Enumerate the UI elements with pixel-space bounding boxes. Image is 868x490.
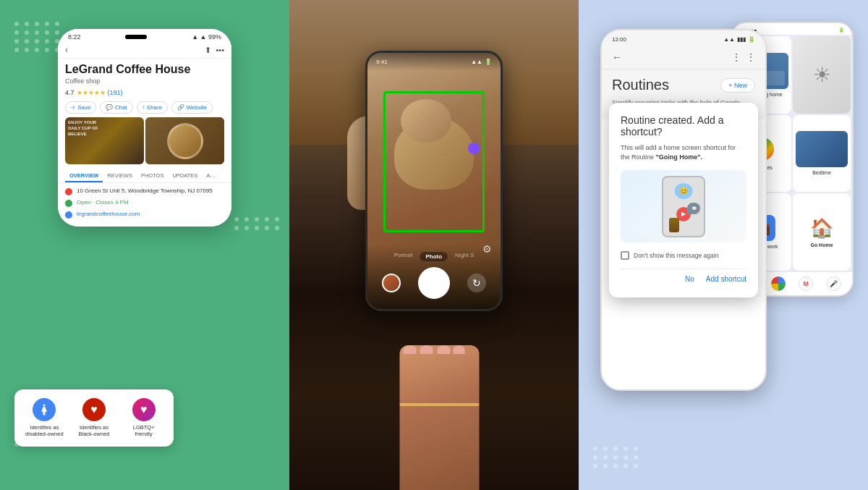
dont-show-checkbox-row[interactable]: Don't show this message again (621, 251, 746, 260)
camera-background: 9:41 ▲▲🔋 Portrait Photo Night S (289, 0, 579, 490)
routines-more-icon[interactable]: ⋮ (746, 52, 755, 62)
dots-bottom-right (593, 447, 639, 468)
photo-2[interactable] (145, 117, 224, 164)
save-button[interactable]: ⊹ Save (65, 101, 96, 114)
business-hours: Open · Closes 4 PM (77, 199, 129, 206)
dots-top-left (14, 22, 61, 52)
tab-more[interactable]: A… (202, 169, 220, 182)
illus-person (669, 218, 679, 232)
business-website: legrandcoffeehouse.com (77, 211, 140, 217)
disabled-label: Identifies asdisabled-owned (25, 424, 64, 439)
maps-upload-icon[interactable]: ⬆ (205, 46, 211, 55)
business-address: 10 Green St Unit 5, Woodbridge Township,… (77, 187, 213, 194)
chat-button[interactable]: 💬 Chat (100, 101, 132, 114)
dont-show-checkbox[interactable] (621, 251, 629, 260)
black-owned-label: Identifies asBlack-owned (79, 424, 110, 439)
rating-stars: ★★★★★ (77, 89, 106, 96)
camera-settings-icon[interactable]: ⚙ (482, 243, 492, 255)
dialog-actions: No Add shortcut (621, 269, 746, 286)
website-row[interactable]: legrandcoffeehouse.com (65, 211, 224, 219)
maps-tabs: OVERVIEW REVIEWS PHOTOS UPDATES A… (58, 169, 231, 183)
tab-reviews[interactable]: REVIEWS (103, 169, 137, 182)
hand (386, 331, 494, 490)
phone-camera-device: 9:41 ▲▲🔋 Portrait Photo Night S (365, 51, 503, 311)
review-count: (191) (108, 89, 123, 96)
mode-photo-active[interactable]: Photo (420, 252, 448, 261)
dialog-no-button[interactable]: No (685, 275, 694, 283)
add-shortcut-dialog: Routine created. Add a shortcut? This wi… (609, 103, 758, 297)
phone-maps: 8:22 ▲ ▲ 99% ‹ ⬆ ••• LeGrand Coffee Hous… (58, 29, 231, 227)
right-panel: ▲▲ ●● 🔋 Commuting home ☀ (579, 0, 868, 490)
routines-page-title: Routines (612, 77, 669, 93)
routines-title-row: Routines + New (602, 69, 765, 96)
assistant-mic-icon[interactable]: 🎤 (827, 276, 841, 291)
business-name: LeGrand Coffee House (58, 59, 231, 77)
business-photos: ENJOY YOURDAILY CUP OFBELIEVE (58, 117, 231, 169)
dots-right (234, 217, 281, 230)
camera-modes: Portrait Photo Night S (373, 252, 495, 261)
routines-nav-header: ← ⋮ ⋮ (602, 46, 765, 69)
mode-portrait[interactable]: Portrait (394, 252, 413, 261)
maps-actions: ⊹ Save 💬 Chat ↑ Share 🔗 Website (58, 98, 231, 117)
left-panel: 8:22 ▲ ▲ 99% ‹ ⬆ ••• LeGrand Coffee Hous… (0, 0, 289, 490)
routines-search-icon[interactable]: ⋮ (732, 52, 741, 62)
gmail-icon[interactable]: M (799, 276, 813, 291)
shutter-button[interactable] (418, 267, 450, 299)
routines-new-button[interactable]: + New (720, 78, 755, 93)
photo-1[interactable]: ENJOY YOURDAILY CUP OFBELIEVE (65, 117, 144, 164)
shortcut-phone-illustration: 😊 ▶ 💬 (662, 176, 705, 237)
maps-header: ‹ ⬆ ••• (58, 42, 231, 59)
dont-show-label: Don't show this message again (634, 252, 718, 259)
lgbtq-label: LGBTQ+friendly (133, 424, 155, 439)
dialog-add-shortcut-button[interactable]: Add shortcut (706, 275, 746, 283)
dialog-title: Routine created. Add a shortcut? (621, 114, 746, 138)
grid-sun[interactable]: ☀ (793, 36, 851, 114)
grid-bedtime[interactable]: Bedtime (793, 115, 851, 193)
status-signal: ▲ ▲ 99% (192, 33, 221, 41)
identity-card: Identifies asdisabled-owned ♥ Identifies… (14, 389, 174, 447)
middle-panel: 9:41 ▲▲🔋 Portrait Photo Night S (289, 0, 579, 490)
hours-row: Open · Closes 4 PM (65, 199, 224, 207)
lgbtq-icon: ♥ (132, 398, 156, 421)
tab-photos[interactable]: PHOTOS (137, 169, 169, 182)
tab-updates[interactable]: UPDATES (168, 169, 202, 182)
detection-box (383, 91, 485, 232)
mode-night[interactable]: Night S (455, 252, 474, 261)
disabled-icon (33, 398, 56, 421)
share-button[interactable]: ↑ Share (137, 101, 169, 114)
website-button[interactable]: 🔗 Website (171, 101, 213, 114)
black-owned-icon: ♥ (82, 398, 106, 421)
routines-time: 12:00 (612, 36, 626, 43)
tab-overview[interactable]: OVERVIEW (65, 169, 103, 182)
identity-lgbtq: ♥ LGBTQ+friendly (122, 398, 165, 439)
camera-status: 9:41 ▲▲🔋 (367, 53, 501, 71)
routines-status-bar: 12:00 ▲▲▮▮▮🔋 (602, 30, 765, 46)
status-time: 8:22 (68, 33, 81, 41)
profile-thumbnail[interactable] (382, 274, 401, 292)
identity-black-owned: ♥ Identifies asBlack-owned (73, 398, 116, 439)
routines-back-button[interactable]: ← (612, 51, 622, 63)
illus-chat-bubble: 💬 (687, 203, 700, 214)
camera-controls: ↻ (373, 267, 495, 299)
dialog-illustration: 😊 ▶ 💬 (621, 170, 746, 242)
svg-point-0 (43, 404, 46, 406)
illus-face: 😊 (675, 183, 693, 199)
phone-routines-main: 12:00 ▲▲▮▮▮🔋 ← ⋮ ⋮ Routines + New Simpli… (600, 29, 767, 391)
maps-back-chevron[interactable]: ‹ (65, 45, 68, 55)
business-rating: 4.7 ★★★★★ (191) (58, 88, 231, 98)
address-row: 10 Green St Unit 5, Woodbridge Township,… (65, 187, 224, 195)
phone-status-bar: 8:22 ▲ ▲ 99% (58, 29, 231, 42)
grid-go-home[interactable]: 🏠 Go Home (793, 193, 851, 271)
identity-disabled: Identifies asdisabled-owned (23, 398, 66, 439)
dialog-body: This will add a home screen shortcut for… (621, 143, 746, 161)
maps-info: 10 Green St Unit 5, Woodbridge Township,… (58, 183, 231, 227)
flip-camera-button[interactable]: ↻ (467, 274, 486, 292)
detection-dot (468, 143, 480, 154)
business-type: Coffee shop (58, 77, 231, 88)
maps-more-icon[interactable]: ••• (216, 46, 224, 55)
chrome-icon[interactable] (771, 276, 786, 291)
